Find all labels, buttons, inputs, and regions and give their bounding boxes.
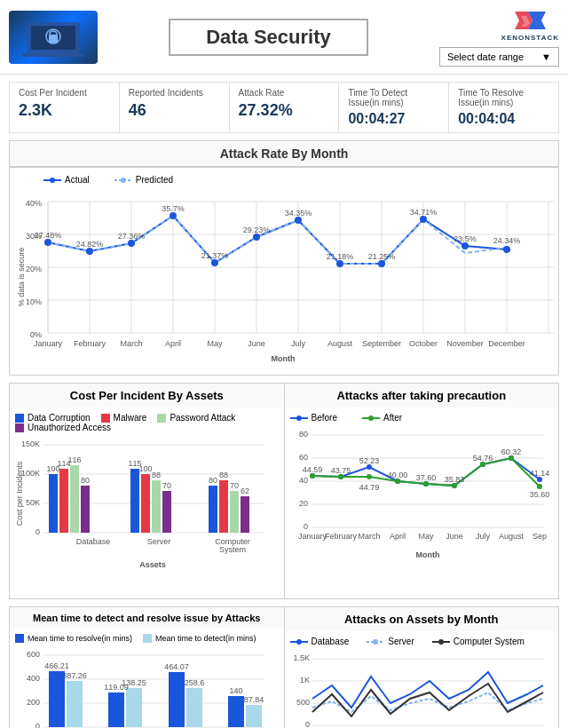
- svg-text:44.79: 44.79: [359, 483, 379, 492]
- svg-text:December: December: [488, 339, 525, 348]
- svg-text:Sep: Sep: [532, 532, 546, 541]
- svg-text:87.84: 87.84: [244, 695, 264, 704]
- svg-text:466.21: 466.21: [44, 661, 69, 670]
- svg-text:40.00: 40.00: [387, 471, 407, 479]
- svg-rect-176: [108, 692, 124, 727]
- svg-text:44.59: 44.59: [302, 465, 322, 474]
- svg-text:70: 70: [162, 481, 171, 490]
- svg-text:July: July: [475, 532, 490, 541]
- computer-line: [312, 684, 543, 716]
- legend-malware: Malware: [101, 413, 147, 423]
- stat-value-resolve: 00:04:04: [458, 111, 549, 127]
- svg-point-45: [420, 216, 427, 223]
- bottom-row: Mean time to detect and resolve issue by…: [9, 606, 559, 728]
- svg-text:Month: Month: [272, 354, 296, 363]
- svg-point-37: [86, 248, 93, 255]
- date-range-label: Select date range: [447, 51, 524, 62]
- legend-actual: Actual: [43, 175, 90, 185]
- svg-text:February: February: [324, 532, 357, 541]
- svg-text:62: 62: [241, 487, 249, 495]
- svg-rect-173: [67, 681, 83, 727]
- stats-row: Cost Per Incident 2.3K Reported Incident…: [9, 82, 559, 133]
- legend-password-attack: Password Attack: [157, 413, 235, 423]
- svg-rect-185: [246, 705, 262, 727]
- svg-text:88: 88: [152, 471, 161, 479]
- svg-text:September: September: [362, 339, 401, 348]
- svg-text:116: 116: [67, 455, 81, 464]
- legend-data-corruption: Data Corruption: [15, 413, 91, 423]
- svg-text:500: 500: [296, 698, 309, 707]
- predicted-line: [48, 216, 507, 264]
- svg-text:1.5K: 1.5K: [293, 653, 310, 662]
- svg-rect-93: [152, 480, 161, 533]
- date-range-selector[interactable]: Select date range ▼: [439, 47, 559, 67]
- cost-per-incident-panel: Cost Per Incident By Assets Data Corrupt…: [9, 383, 284, 599]
- legend-server: Server: [367, 637, 414, 646]
- page-title: Data Security: [169, 19, 368, 56]
- svg-rect-102: [230, 491, 239, 533]
- svg-text:100: 100: [138, 464, 152, 473]
- stat-label-attack-rate: Attack Rate: [239, 88, 330, 98]
- legend-resolve: Mean time to resolve(in mins): [15, 634, 132, 643]
- header-right: XENONSTACK Select date range ▼: [439, 7, 559, 67]
- svg-rect-92: [141, 474, 150, 533]
- svg-point-44: [378, 260, 385, 267]
- svg-text:Server: Server: [147, 537, 171, 546]
- svg-rect-82: [49, 474, 58, 533]
- svg-text:80: 80: [298, 430, 307, 439]
- svg-text:10%: 10%: [26, 297, 42, 306]
- svg-rect-180: [169, 672, 185, 727]
- svg-text:88: 88: [219, 471, 228, 479]
- svg-point-38: [128, 240, 135, 247]
- brand-name: XENONSTACK: [501, 34, 559, 42]
- svg-text:November: November: [446, 339, 484, 348]
- svg-text:41.14: 41.14: [529, 469, 549, 478]
- attack-rate-chart-container: Actual Predicted 40% 30% 20% 10% 0% % da…: [9, 167, 559, 376]
- svg-text:February: February: [74, 339, 106, 348]
- svg-text:80: 80: [209, 476, 217, 485]
- svg-rect-84: [70, 465, 79, 533]
- svg-text:October: October: [409, 339, 438, 348]
- mean-time-panel: Mean time to detect and resolve issue by…: [9, 606, 284, 728]
- svg-text:34.35%: 34.35%: [285, 209, 312, 218]
- svg-text:Cost per Incidents: Cost per Incidents: [15, 461, 24, 526]
- legend-unauthorized: Unauthorized Access: [15, 423, 111, 432]
- svg-text:54.76: 54.76: [472, 454, 493, 463]
- svg-point-40: [211, 259, 218, 266]
- svg-text:52.23: 52.23: [359, 456, 379, 465]
- svg-text:20%: 20%: [26, 265, 42, 273]
- middle-row: Cost Per Incident By Assets Data Corrupt…: [9, 383, 559, 599]
- svg-rect-91: [130, 469, 139, 533]
- svg-rect-83: [59, 469, 68, 533]
- svg-point-43: [336, 260, 343, 267]
- svg-rect-100: [209, 486, 217, 533]
- svg-text:Database: Database: [76, 537, 111, 546]
- svg-text:50K: 50K: [26, 498, 40, 507]
- stat-value-detect: 00:04:27: [348, 111, 439, 127]
- mean-time-title: Mean time to detect and resolve issue by…: [10, 607, 284, 629]
- svg-text:21.18%: 21.18%: [327, 252, 354, 261]
- svg-text:27.36%: 27.36%: [118, 232, 146, 241]
- svg-text:% data is secure: % data is secure: [17, 248, 26, 307]
- header-center: Data Security: [98, 19, 439, 56]
- svg-text:37.60: 37.60: [415, 473, 436, 482]
- actual-line: [48, 216, 507, 264]
- svg-text:400: 400: [27, 674, 40, 683]
- svg-text:August: August: [498, 532, 524, 541]
- svg-text:100K: 100K: [21, 469, 40, 478]
- mean-time-chart: 600 400 200 0 466.21 387.: [15, 646, 272, 728]
- attacks-precaution-panel: Attacks after taking precaution Before A…: [284, 383, 560, 599]
- svg-text:34.71%: 34.71%: [410, 208, 438, 217]
- svg-text:21.25%: 21.25%: [368, 252, 396, 261]
- svg-text:40: 40: [298, 476, 307, 485]
- attacks-precaution-title: Attacks after taking precaution: [285, 384, 559, 408]
- svg-text:Assets: Assets: [139, 560, 166, 569]
- svg-rect-184: [228, 696, 244, 727]
- stat-label-cost: Cost Per Incident: [19, 88, 110, 98]
- stat-label-resolve: Time To Resolve Issue(in mins): [458, 88, 549, 107]
- svg-text:464.07: 464.07: [164, 662, 189, 671]
- svg-text:June: June: [446, 532, 463, 541]
- svg-text:System: System: [219, 545, 246, 554]
- svg-text:March: March: [358, 532, 380, 541]
- attack-rate-section-title: Attack Rate By Month: [9, 140, 559, 167]
